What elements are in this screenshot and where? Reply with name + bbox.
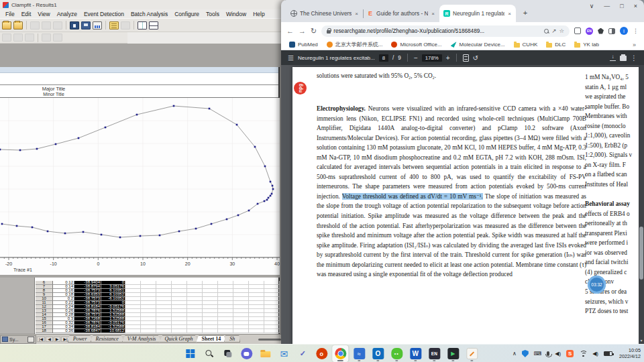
tray-expand-chevron-icon[interactable]: ∧ [513, 351, 517, 357]
restore-icon[interactable] [28, 337, 34, 343]
wechat[interactable]: •• [388, 345, 405, 362]
media-player[interactable]: ▶ [445, 345, 461, 362]
empty-cell[interactable] [203, 329, 218, 333]
selected-value-cell[interactable]: -38.6847 [74, 329, 101, 333]
recording-timer-bubble[interactable]: 03:32 [588, 276, 606, 294]
menu-file[interactable]: File [2, 11, 18, 17]
minimized-window-stub[interactable]: Sy... [0, 335, 36, 344]
sheet-tab-power[interactable]: Power [68, 335, 93, 343]
lab-notebook-button[interactable] [109, 21, 119, 29]
share-icon[interactable]: ↗ [551, 27, 556, 34]
empty-cell[interactable] [141, 329, 156, 333]
sheet-tab-quick-graph[interactable]: Quick Graph [159, 335, 198, 343]
word[interactable]: W [407, 345, 423, 362]
fit-page-button[interactable] [463, 54, 469, 62]
task-view[interactable] [219, 345, 235, 362]
volume-icon[interactable]: ◀) [592, 351, 598, 357]
zoom-page-icon[interactable] [544, 29, 549, 34]
translate-en-icon[interactable]: EN [586, 27, 593, 35]
time-cell[interactable]: 0.36 [53, 329, 74, 333]
audio-device-icon[interactable]: ◀) [555, 351, 561, 357]
empty-cell[interactable] [187, 329, 203, 333]
graph-window-titlebar[interactable] [0, 67, 278, 73]
empty-cell[interactable] [125, 329, 141, 333]
print-button[interactable] [620, 56, 627, 61]
menu-tools[interactable]: Tools [203, 11, 223, 17]
menu-batch-analysis[interactable]: Batch Analysis [127, 11, 171, 17]
wifi-icon[interactable] [579, 351, 587, 357]
clipboard-button[interactable] [70, 21, 79, 29]
reload-button[interactable]: ↻ [311, 27, 317, 36]
empty-cell[interactable] [249, 329, 264, 333]
security-shield-icon[interactable] [522, 350, 529, 357]
lock-icon[interactable] [327, 30, 331, 34]
open-results-button[interactable] [13, 21, 23, 29]
sheet-tab-resistance[interactable]: Resistance [91, 335, 124, 343]
tab-search-button[interactable]: ∨ [590, 3, 594, 9]
url-text[interactable]: researchgate.net/profile/Zhenghao-Xu/pub… [333, 28, 541, 34]
bookmark-yk-lab[interactable]: YK lab [574, 42, 599, 48]
address-bar[interactable]: researchgate.net/profile/Zhenghao-Xu/pub… [321, 25, 570, 37]
pdf-viewport[interactable]: npg solutions were saturated with 95% O₂… [281, 65, 644, 344]
browser-tab-guide-for-authors-n[interactable]: EGuide for authors - N× [363, 5, 439, 22]
teams-chat[interactable] [238, 345, 254, 362]
battery-icon[interactable] [604, 351, 612, 356]
sheet-tab-v-m-analysis[interactable]: V-M Analysis [122, 335, 162, 343]
zoom-level[interactable]: 178% [422, 54, 442, 62]
menu-analyze[interactable]: Analyze [54, 11, 80, 17]
clampfit-titlebar[interactable]: Clampfit - Results1 [0, 0, 285, 9]
bookmark-molecular-device[interactable]: Molecular Device... [451, 42, 505, 48]
menu-configure[interactable]: Configure [171, 11, 203, 17]
pdf-page-input[interactable]: 8 [379, 54, 388, 62]
file-explorer[interactable] [257, 345, 273, 362]
pinned-extension-icon[interactable] [598, 28, 604, 34]
rotate-button[interactable]: ↺ [473, 54, 478, 62]
selected-value-cell[interactable]: 10.6812 [101, 329, 125, 333]
results-sheet-window[interactable]: 60.12-38.9404070.14-38.87943.0517680.16-… [0, 278, 280, 335]
browser-tab-the-chinese-universit[interactable]: The Chinese Universit× [286, 5, 363, 22]
bookmark-dlc[interactable]: DLC [546, 42, 566, 48]
tab-close-icon[interactable]: × [507, 11, 512, 17]
profile-avatar[interactable]: I [620, 27, 628, 35]
microsoft-todo[interactable]: ✓ [294, 345, 311, 362]
bookmark-cuhk[interactable]: CUHK [514, 42, 538, 48]
open-data-button[interactable] [2, 21, 11, 29]
row-number-cell[interactable]: 18 [36, 329, 53, 333]
touch-keyboard-icon[interactable]: ⌨ [534, 351, 542, 357]
scroll-down-arrow[interactable]: ▾ [639, 338, 644, 343]
tile-vertical-button[interactable] [138, 21, 147, 29]
empty-cell[interactable] [218, 329, 233, 333]
print-button[interactable] [81, 21, 91, 29]
forward-button[interactable]: → [299, 27, 306, 35]
menu-window[interactable]: Window [223, 11, 250, 17]
taskbar-clock[interactable]: 10:052022/4/12 [618, 348, 641, 359]
results-graph-window[interactable]: Major Title Minor Title -20-10010203040T… [0, 67, 280, 275]
sheet-tab-sh[interactable]: Sh [224, 335, 240, 343]
pdf-scrollbar-thumb[interactable] [639, 227, 643, 280]
start-button[interactable] [182, 345, 198, 362]
microphone-icon[interactable] [547, 351, 549, 356]
sheet-nav-[interactable]: |◀ [37, 337, 45, 342]
menu-help[interactable]: Help [250, 11, 268, 17]
browser-tab-neuregulin-1-regulate[interactable]: RNeuregulin 1 regulate× [439, 5, 516, 22]
zoom-out-button[interactable]: − [414, 54, 418, 62]
back-button[interactable]: ← [286, 27, 294, 35]
empty-cell[interactable] [264, 329, 280, 333]
bookmark-[interactable]: 北京大学邮件系统... [327, 41, 383, 48]
close-button[interactable]: × [634, 3, 637, 9]
tab-close-icon[interactable]: × [354, 11, 359, 17]
empty-cell[interactable] [233, 329, 249, 333]
menu-edit[interactable]: Edit [18, 11, 35, 17]
chrome[interactable] [332, 345, 348, 362]
minimize-button[interactable]: — [604, 3, 610, 9]
sheet-nav-[interactable]: ◀ [46, 337, 53, 342]
new-tab-button[interactable]: + [520, 8, 531, 19]
sticky-notes[interactable] [464, 345, 480, 362]
menu-view[interactable]: View [34, 11, 53, 17]
table-row[interactable]: 180.36-38.684710.6812 [36, 329, 278, 333]
sogou-input-icon[interactable]: S [566, 350, 574, 357]
pdf-menu-icon[interactable]: ☰ [288, 54, 294, 62]
results-table[interactable]: 60.12-38.9404070.14-38.87943.0517680.16-… [36, 281, 278, 335]
mail[interactable]: ✉ [276, 345, 292, 362]
sheet-tab-sheet-14[interactable]: Sheet 14 [196, 335, 226, 343]
